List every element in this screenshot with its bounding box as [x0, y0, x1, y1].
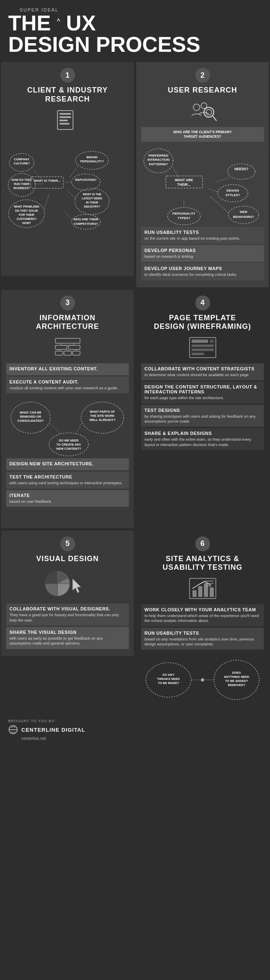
caret-icon: ^	[57, 18, 60, 24]
svg-text:WHAT CAN BE: WHAT CAN BE	[20, 411, 41, 414]
s6-step-2-title: RUN USABILITY TESTS	[144, 631, 261, 636]
section-6-mindmap: DO ANY TWEAKS NEED TO BE MADE? DOES ANYT…	[141, 651, 264, 705]
svg-line-50	[216, 178, 228, 181]
svg-rect-105	[210, 587, 214, 597]
svg-text:STYLES?: STYLES?	[225, 193, 240, 197]
svg-point-40	[193, 104, 200, 111]
s6-step-1: WORK CLOSELY WITH YOUR ANALYTICS TEAM to…	[141, 604, 264, 626]
step-6-number: 6	[195, 536, 210, 551]
row-2: 3 INFORMATIONARCHITECTURE	[0, 289, 270, 529]
section-3-icon	[51, 335, 84, 360]
s3-step2-3-text: based on user feedback.	[9, 499, 126, 504]
step-1-number: 1	[60, 68, 75, 83]
svg-text:DO WE NEED: DO WE NEED	[59, 439, 79, 442]
svg-rect-99	[210, 340, 214, 343]
row-3: 5 VISUAL DESIGN	[0, 529, 270, 714]
svg-rect-70	[69, 345, 80, 349]
svg-text:COMPETITORS?: COMPETITORS?	[74, 222, 98, 226]
footer-brought-label: BROUGHT TO YOU BY:	[8, 719, 262, 723]
svg-rect-103	[198, 586, 202, 597]
svg-text:INDUSTRY?: INDUSTRY?	[84, 205, 100, 208]
section-1-panel: 1 CLIENT & INDUSTRYRESEARCH	[1, 62, 134, 276]
section-3-title: INFORMATIONARCHITECTURE	[6, 314, 129, 331]
svg-text:WHAT PARTS OF: WHAT PARTS OF	[90, 410, 115, 414]
s3-step2-3-title: ITERATE	[9, 493, 126, 498]
svg-text:TO BE ADDED?: TO BE ADDED?	[225, 679, 248, 683]
svg-text:PREFERRED: PREFERRED	[149, 153, 169, 157]
svg-text:WEB: WEB	[240, 210, 247, 214]
s5-step-2-text: with users as early as possible to get f…	[9, 636, 126, 646]
s2-step-1-title: RUN USABILITY TESTS	[144, 230, 261, 235]
svg-rect-96	[192, 344, 214, 347]
svg-rect-107	[206, 583, 214, 584]
svg-text:CULTURE?: CULTURE?	[14, 162, 30, 165]
svg-text:TO BE MADE?: TO BE MADE?	[158, 681, 179, 685]
svg-point-44	[206, 109, 212, 115]
svg-text:NEEDS?: NEEDS?	[234, 167, 248, 171]
svg-text:FOR THEIR: FOR THEIR	[19, 213, 34, 216]
svg-text:ANYTHING NEED: ANYTHING NEED	[224, 675, 249, 679]
s3-step-1-title: INVENTORY ALL EXISTING CONTENT.	[9, 366, 126, 371]
svg-rect-102	[192, 590, 197, 597]
svg-line-84	[50, 424, 62, 434]
s4-step-1: COLLABORATE WITH CONTENT STRATEGISTS to …	[141, 363, 264, 380]
header-the: THE	[8, 11, 51, 35]
s4-step-3: TEST DESIGNS by sharing prototypes with …	[141, 405, 264, 427]
svg-point-15	[71, 174, 100, 190]
footer-url: centerline.net	[21, 736, 262, 741]
section-6-panel: 6 SITE ANALYTICS &USABILITY TESTING	[136, 531, 269, 712]
svg-line-22	[35, 184, 43, 184]
section-2-title: USER RESEARCH	[141, 86, 264, 95]
svg-rect-68	[55, 338, 80, 343]
s3-step2-1: DESIGN NEW SITE ARCHITECTURE.	[6, 458, 129, 470]
s4-step-3-text: by sharing prototypes with users and ask…	[144, 414, 261, 424]
svg-text:WHAT IS THE: WHAT IS THE	[83, 193, 101, 196]
svg-text:DOES: DOES	[232, 671, 241, 675]
row-1: 1 CLIENT & INDUSTRYRESEARCH	[0, 61, 270, 289]
section-1-title: CLIENT & INDUSTRYRESEARCH	[6, 86, 129, 104]
s3-step2-2-text: with users using card sorting techniques…	[9, 481, 126, 485]
s4-step-2: DESIGN THE CONTENT STRUCTURE, LAYOUT & I…	[141, 381, 264, 403]
svg-text:HOW DO THEY: HOW DO THEY	[11, 178, 32, 181]
step-4-number: 4	[195, 296, 210, 310]
s3-step2-1-title: DESIGN NEW SITE ARCHITECTURE.	[9, 461, 126, 466]
svg-text:COMPANY: COMPANY	[14, 157, 30, 161]
svg-rect-4	[59, 123, 69, 125]
svg-line-39	[44, 194, 49, 209]
s4-step-1-title: COLLABORATE WITH CONTENT STRATEGISTS	[144, 366, 261, 371]
s6-step-2: RUN USABILITY TESTS based on any revelat…	[141, 628, 264, 650]
s4-step-4-text: early and often with the entire team, so…	[144, 437, 261, 447]
svg-line-32	[65, 212, 72, 220]
s3-step-2-title: EXECUTE A CONTENT AUDIT.	[9, 379, 126, 384]
svg-text:TO CREATE ANY: TO CREATE ANY	[56, 443, 81, 446]
s4-step-2-text: for each page type within the site archi…	[144, 395, 261, 400]
svg-text:REMOVED?: REMOVED?	[228, 683, 245, 687]
svg-rect-104	[204, 583, 208, 597]
section-5-panel: 5 VISUAL DESIGN	[1, 531, 134, 656]
s2-step-1: RUN USABILITY TESTS on the current site …	[141, 227, 264, 244]
section-1-icon	[51, 108, 84, 132]
svg-rect-97	[192, 349, 214, 351]
svg-rect-106	[206, 580, 214, 582]
section-3-col: 3 INFORMATIONARCHITECTURE	[0, 289, 135, 529]
section-2-icon	[186, 99, 219, 124]
svg-text:IN THEIR: IN THEIR	[86, 201, 98, 204]
s3-step-1: INVENTORY ALL EXISTING CONTENT.	[6, 363, 129, 375]
footer-company-name: CENTERLINE DIGITAL	[21, 727, 85, 733]
header-design-process: DESIGN PROCESS	[8, 34, 262, 55]
s3-step-2-text: Analyze all existing content with your u…	[9, 386, 126, 391]
svg-rect-71	[55, 351, 63, 355]
section-5-title: VISUAL DESIGN	[6, 555, 129, 564]
svg-text:NEW CONTENT?: NEW CONTENT?	[56, 447, 81, 451]
s4-step-4: SHARE & EXPLAIN DESIGNS early and often …	[141, 428, 264, 450]
svg-rect-95	[192, 340, 208, 343]
s2-step-3: DEVELOP USER JOURNEY MAPS to identify id…	[141, 263, 264, 280]
section-3-mindmap: WHAT CAN BE REMOVED OR CONSOLIDATED? WHA…	[6, 395, 129, 457]
svg-text:INTERACTION: INTERACTION	[147, 158, 169, 162]
svg-rect-69	[55, 345, 67, 349]
svg-text:DO THEY SOLVE: DO THEY SOLVE	[15, 209, 38, 212]
svg-line-59	[209, 189, 217, 192]
svg-text:TYPES?: TYPES?	[178, 216, 190, 220]
section-2-col: 2 USER RESEARCH	[135, 61, 270, 289]
s3-step2-3: ITERATE based on user feedback.	[6, 490, 129, 507]
